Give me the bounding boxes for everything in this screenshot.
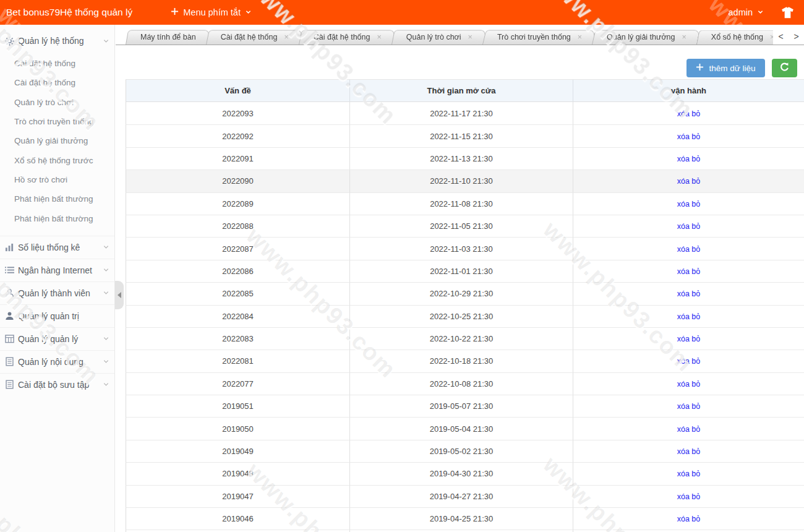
sidebar-item[interactable]: Trò chơi truyền thống (0, 112, 114, 131)
tab-close-icon[interactable]: × (284, 33, 288, 41)
table-row: 20190482019-04-30 21:30xóa bỏ (126, 462, 804, 484)
admin-label: admin (729, 7, 753, 17)
tshirt-icon[interactable] (781, 7, 794, 19)
action-cell: xóa bỏ (573, 485, 804, 507)
issue-cell: 2019047 (126, 485, 349, 507)
chevron-down-icon (103, 381, 109, 388)
table-row: 20220892022-11-08 21:30xóa bỏ (126, 192, 804, 215)
table-row: 20220932022-11-17 21:30xóa bỏ (126, 102, 804, 124)
tab-scroll-right-button[interactable]: > (789, 28, 804, 45)
tab-2[interactable]: Cài đặt hệ thống× (299, 29, 396, 45)
tab-1[interactable]: Cài đặt hệ thống× (206, 29, 304, 45)
shortcut-menu-label: Menu phím tắt (183, 7, 241, 17)
sidebar-item[interactable]: Xổ số hệ thống trước (0, 150, 114, 169)
sidebar-section-0[interactable]: Quản lý hệ thống (0, 30, 114, 52)
sidebar-item[interactable]: Cài đặt hệ thống (0, 54, 114, 73)
tab-scroll-left-button[interactable]: < (773, 28, 789, 45)
tab-6[interactable]: Xổ số hệ thống× (696, 29, 773, 45)
sidebar-item[interactable]: Cài đặt hệ thống (0, 73, 114, 92)
delete-link[interactable]: xóa bỏ (677, 200, 701, 208)
issue-cell: 2022093 (126, 102, 349, 124)
tab-0[interactable]: Máy tính để bàn (126, 29, 211, 45)
tab-close-icon[interactable]: × (770, 33, 773, 41)
sidebar-section-5[interactable]: Quản lý quản lý (0, 327, 114, 350)
delete-link[interactable]: xóa bỏ (677, 425, 701, 434)
sidebar-section-3[interactable]: Quản lý thành viên (0, 281, 114, 304)
sidebar-section-6[interactable]: Quản lý nội dung (0, 350, 114, 373)
issue-cell: 2022084 (126, 305, 349, 327)
sidebar-item[interactable]: Hồ sơ trò chơi (0, 170, 114, 189)
chevron-down-icon (103, 244, 109, 251)
sidebar-item[interactable]: Quản lý trò chơi (0, 93, 114, 112)
column-header: Thời gian mở cửa (349, 79, 573, 102)
sidebar-section-label: Quản lý quản trị (18, 311, 109, 321)
refresh-icon (779, 62, 790, 75)
delete-link[interactable]: xóa bỏ (677, 492, 701, 501)
delete-link[interactable]: xóa bỏ (677, 470, 701, 478)
open-time-cell: 2019-04-30 21:30 (349, 462, 573, 484)
add-data-button[interactable]: thêm dữ liệu (686, 59, 765, 77)
delete-link[interactable]: xóa bỏ (677, 312, 701, 321)
action-cell: xóa bỏ (573, 395, 804, 417)
sidebar-section-1[interactable]: Số liệu thống kê (0, 236, 114, 259)
action-cell: xóa bỏ (573, 305, 804, 327)
action-cell: xóa bỏ (573, 124, 804, 147)
delete-link[interactable]: xóa bỏ (677, 132, 701, 141)
sidebar-section-label: Ngân hàng Internet (18, 265, 101, 275)
column-header: Vấn đề (126, 79, 349, 102)
chevron-down-icon (103, 290, 109, 296)
open-time-cell: 2022-10-08 21:30 (349, 372, 573, 395)
issue-cell: 2022081 (126, 350, 349, 372)
issue-cell: 2022085 (126, 282, 349, 304)
tab-close-icon[interactable]: × (377, 33, 381, 41)
delete-link[interactable]: xóa bỏ (677, 177, 701, 186)
chevron-down-icon (103, 335, 109, 342)
tab-label: Xổ số hệ thống (711, 33, 763, 41)
delete-link[interactable]: xóa bỏ (677, 245, 701, 254)
tab-5[interactable]: Quản lý giải thưởng× (592, 29, 701, 45)
action-cell: xóa bỏ (573, 237, 804, 259)
action-cell: xóa bỏ (573, 372, 804, 395)
delete-link[interactable]: xóa bỏ (677, 335, 701, 343)
delete-link[interactable]: xóa bỏ (677, 447, 701, 456)
refresh-button[interactable] (772, 59, 797, 77)
chevron-down-icon (103, 267, 109, 273)
issue-cell: 2022089 (126, 192, 349, 215)
chevron-left-icon (114, 292, 121, 298)
tab-3[interactable]: Quản lý trò chơi× (391, 29, 487, 45)
delete-link[interactable]: xóa bỏ (677, 222, 701, 231)
tab-label: Quản lý trò chơi (406, 33, 461, 41)
shortcut-menu-button[interactable]: Menu phím tắt (171, 7, 252, 17)
tab-label: Cài đặt hệ thống (314, 33, 370, 41)
delete-link[interactable]: xóa bỏ (677, 402, 701, 411)
tab-close-icon[interactable]: × (468, 33, 473, 41)
chevron-down-icon (103, 358, 109, 365)
table-row: 20220832022-10-22 21:30xóa bỏ (126, 327, 804, 350)
delete-link[interactable]: xóa bỏ (677, 515, 701, 523)
issue-cell: 2022077 (126, 372, 349, 395)
sidebar-item[interactable]: Phát hiện bất thường (0, 208, 114, 228)
sidebar-item[interactable]: Quản lý giải thưởng (0, 131, 114, 150)
delete-link[interactable]: xóa bỏ (677, 155, 701, 163)
chevron-down-icon (245, 7, 252, 17)
tab-label: Máy tính để bàn (140, 33, 196, 41)
tab-close-icon[interactable]: × (682, 33, 686, 41)
sidebar-section-4[interactable]: Quản lý quản trị (0, 304, 114, 327)
delete-link[interactable]: xóa bỏ (677, 109, 701, 118)
tab-4[interactable]: Trò chơi truyền thống× (482, 29, 597, 45)
delete-link[interactable]: xóa bỏ (677, 290, 701, 298)
delete-link[interactable]: xóa bỏ (677, 267, 701, 276)
issue-cell: 2022087 (126, 237, 349, 259)
admin-menu[interactable]: admin (729, 7, 764, 17)
action-cell: xóa bỏ (573, 327, 804, 350)
tab-close-icon[interactable]: × (578, 33, 582, 41)
tab-strip: Máy tính để bànCài đặt hệ thống×Cài đặt … (126, 28, 773, 45)
table-row: 20220922022-11-15 21:30xóa bỏ (126, 124, 804, 147)
delete-link[interactable]: xóa bỏ (677, 380, 701, 388)
sidebar-section-7[interactable]: Cài đặt bộ sưu tập (0, 373, 114, 396)
sidebar-collapse-handle[interactable] (115, 281, 124, 309)
table-row: 20220812022-10-18 21:30xóa bỏ (126, 350, 804, 372)
sidebar-item[interactable]: Phát hiện bất thường (0, 189, 114, 208)
delete-link[interactable]: xóa bỏ (677, 357, 701, 366)
sidebar-section-2[interactable]: Ngân hàng Internet (0, 259, 114, 281)
